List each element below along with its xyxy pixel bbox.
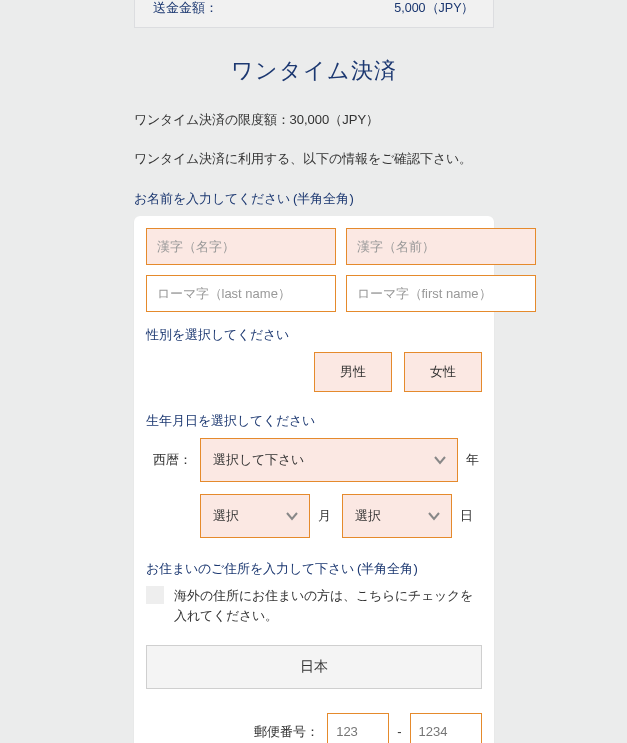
month-unit: 月 [318,507,334,525]
postal-code-1[interactable] [327,713,389,743]
era-label: 西暦： [146,451,192,469]
instruction-text: ワンタイム決済に利用する、以下の情報をご確認下さい。 [134,149,494,170]
form-card: 性別を選択してください 男性 女性 生年月日を選択してください 西暦： 選択して… [134,216,494,743]
overseas-checkbox[interactable] [146,586,164,604]
year-select[interactable]: 選択して下さい [200,438,458,482]
day-select[interactable]: 選択 [342,494,452,538]
birth-section-label: 生年月日を選択してください [146,412,482,430]
postal-code-2[interactable] [410,713,482,743]
postal-dash: - [397,724,401,739]
postal-label: 郵便番号： [254,723,319,741]
roman-last-name-field[interactable] [146,275,336,312]
kanji-last-name-field[interactable] [146,228,336,265]
year-unit: 年 [466,451,482,469]
day-unit: 日 [460,507,476,525]
overseas-checkbox-label: 海外の住所にお住まいの方は、こちらにチェックを入れてください。 [174,586,482,628]
limit-text: ワンタイム決済の限度額：30,000（JPY） [134,110,494,131]
gender-male-button[interactable]: 男性 [314,352,392,392]
summary-box: 送金金額： 5,000（JPY） [134,0,494,28]
amount-value: 5,000（JPY） [394,0,474,17]
kanji-first-name-field[interactable] [346,228,536,265]
country-box: 日本 [146,645,482,689]
gender-female-button[interactable]: 女性 [404,352,482,392]
roman-first-name-field[interactable] [346,275,536,312]
amount-label: 送金金額： [153,0,218,17]
gender-section-label: 性別を選択してください [146,326,482,344]
address-section-label: お住まいのご住所を入力して下さい (半角全角) [146,560,482,578]
page-title: ワンタイム決済 [134,56,494,86]
name-section-label: お名前を入力してください (半角全角) [134,190,494,208]
month-select[interactable]: 選択 [200,494,310,538]
